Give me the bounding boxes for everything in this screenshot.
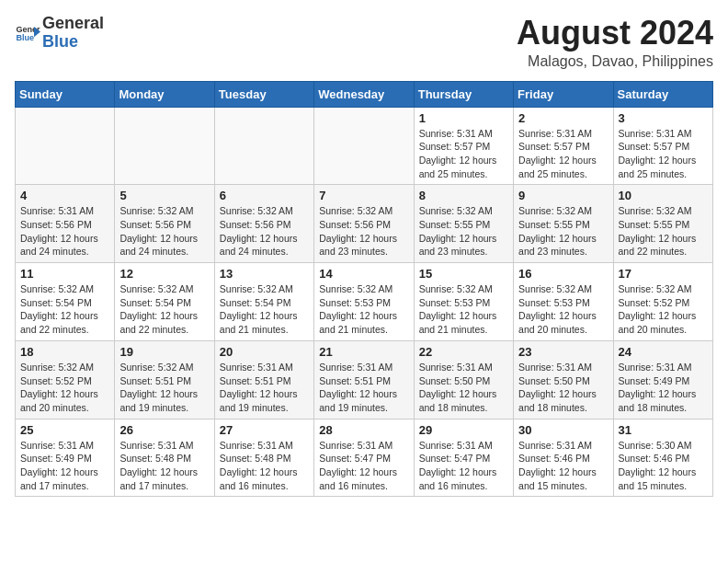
- calendar-cell: 11Sunrise: 5:32 AM Sunset: 5:54 PM Dayli…: [16, 263, 115, 341]
- day-info: Sunrise: 5:31 AM Sunset: 5:51 PM Dayligh…: [220, 361, 309, 415]
- day-info: Sunrise: 5:32 AM Sunset: 5:52 PM Dayligh…: [20, 361, 109, 415]
- calendar-cell: 23Sunrise: 5:31 AM Sunset: 5:50 PM Dayli…: [514, 340, 613, 419]
- day-number: 1: [419, 111, 508, 125]
- calendar-cell: 22Sunrise: 5:31 AM Sunset: 5:50 PM Dayli…: [414, 340, 513, 419]
- logo-text: GeneralBlue: [42, 15, 104, 52]
- day-number: 13: [220, 267, 309, 281]
- day-number: 18: [20, 345, 109, 359]
- weekday-header: Monday: [115, 81, 214, 107]
- calendar-cell: 13Sunrise: 5:32 AM Sunset: 5:54 PM Dayli…: [214, 263, 313, 341]
- weekday-header: Sunday: [16, 81, 115, 107]
- day-info: Sunrise: 5:31 AM Sunset: 5:47 PM Dayligh…: [419, 439, 508, 493]
- day-number: 25: [20, 423, 109, 437]
- day-number: 22: [419, 345, 508, 359]
- day-number: 16: [518, 267, 608, 281]
- day-info: Sunrise: 5:31 AM Sunset: 5:50 PM Dayligh…: [419, 361, 508, 415]
- calendar-cell: 19Sunrise: 5:32 AM Sunset: 5:51 PM Dayli…: [115, 340, 214, 419]
- title-area: August 2024 Malagos, Davao, Philippines: [517, 15, 713, 70]
- day-number: 21: [319, 345, 408, 359]
- day-number: 4: [20, 189, 109, 202]
- calendar-cell: 8Sunrise: 5:32 AM Sunset: 5:55 PM Daylig…: [414, 185, 513, 263]
- day-info: Sunrise: 5:32 AM Sunset: 5:55 PM Dayligh…: [419, 204, 508, 259]
- calendar-cell: 10Sunrise: 5:32 AM Sunset: 5:55 PM Dayli…: [613, 185, 712, 263]
- calendar-header: SundayMondayTuesdayWednesdayThursdayFrid…: [16, 81, 713, 107]
- day-number: 26: [119, 423, 209, 437]
- calendar-cell: [115, 107, 214, 185]
- calendar-cell: 24Sunrise: 5:31 AM Sunset: 5:49 PM Dayli…: [613, 340, 712, 419]
- day-info: Sunrise: 5:32 AM Sunset: 5:55 PM Dayligh…: [619, 204, 708, 259]
- calendar-cell: 12Sunrise: 5:32 AM Sunset: 5:54 PM Dayli…: [115, 263, 214, 341]
- day-number: 24: [619, 345, 708, 359]
- calendar-cell: 14Sunrise: 5:32 AM Sunset: 5:53 PM Dayli…: [314, 263, 414, 341]
- calendar-cell: 1Sunrise: 5:31 AM Sunset: 5:57 PM Daylig…: [414, 107, 513, 185]
- day-info: Sunrise: 5:32 AM Sunset: 5:53 PM Dayligh…: [419, 282, 508, 337]
- day-number: 19: [119, 345, 209, 359]
- day-info: Sunrise: 5:31 AM Sunset: 5:46 PM Dayligh…: [518, 439, 608, 493]
- day-number: 7: [319, 189, 408, 202]
- day-info: Sunrise: 5:31 AM Sunset: 5:57 PM Dayligh…: [518, 127, 608, 181]
- day-info: Sunrise: 5:31 AM Sunset: 5:48 PM Dayligh…: [119, 439, 209, 493]
- weekday-header: Thursday: [414, 81, 513, 107]
- calendar-cell: 18Sunrise: 5:32 AM Sunset: 5:52 PM Dayli…: [16, 340, 115, 419]
- day-info: Sunrise: 5:31 AM Sunset: 5:51 PM Dayligh…: [319, 361, 408, 415]
- day-info: Sunrise: 5:31 AM Sunset: 5:49 PM Dayligh…: [20, 439, 109, 493]
- day-number: 12: [119, 267, 209, 281]
- subtitle: Malagos, Davao, Philippines: [517, 53, 713, 70]
- day-number: 17: [619, 267, 708, 281]
- day-number: 10: [619, 189, 708, 202]
- day-info: Sunrise: 5:31 AM Sunset: 5:56 PM Dayligh…: [20, 204, 109, 259]
- calendar-week-row: 4Sunrise: 5:31 AM Sunset: 5:56 PM Daylig…: [16, 185, 713, 263]
- day-number: 23: [518, 345, 608, 359]
- day-number: 8: [419, 189, 508, 202]
- calendar-table: SundayMondayTuesdayWednesdayThursdayFrid…: [15, 81, 713, 498]
- logo-icon: General Blue: [15, 20, 40, 46]
- day-number: 11: [20, 267, 109, 281]
- day-number: 28: [319, 423, 408, 437]
- calendar-cell: 31Sunrise: 5:30 AM Sunset: 5:46 PM Dayli…: [613, 419, 712, 497]
- day-number: 2: [518, 111, 608, 125]
- day-info: Sunrise: 5:32 AM Sunset: 5:54 PM Dayligh…: [20, 282, 109, 337]
- day-info: Sunrise: 5:32 AM Sunset: 5:56 PM Dayligh…: [220, 204, 309, 259]
- calendar-cell: 7Sunrise: 5:32 AM Sunset: 5:56 PM Daylig…: [314, 185, 414, 263]
- main-title: August 2024: [517, 15, 713, 52]
- calendar-week-row: 11Sunrise: 5:32 AM Sunset: 5:54 PM Dayli…: [16, 263, 713, 341]
- day-info: Sunrise: 5:32 AM Sunset: 5:56 PM Dayligh…: [119, 204, 209, 259]
- header: General Blue GeneralBlue August 2024 Mal…: [15, 15, 713, 70]
- calendar-cell: 16Sunrise: 5:32 AM Sunset: 5:53 PM Dayli…: [514, 263, 613, 341]
- weekday-header: Wednesday: [314, 81, 414, 107]
- day-number: 30: [518, 423, 608, 437]
- day-info: Sunrise: 5:32 AM Sunset: 5:51 PM Dayligh…: [119, 361, 209, 415]
- calendar-cell: [314, 107, 414, 185]
- logo: General Blue GeneralBlue: [15, 15, 104, 52]
- day-number: 9: [518, 189, 608, 202]
- day-number: 20: [220, 345, 309, 359]
- calendar-cell: 28Sunrise: 5:31 AM Sunset: 5:47 PM Dayli…: [314, 419, 414, 497]
- day-info: Sunrise: 5:32 AM Sunset: 5:53 PM Dayligh…: [518, 282, 608, 337]
- day-info: Sunrise: 5:32 AM Sunset: 5:53 PM Dayligh…: [319, 282, 408, 337]
- calendar-cell: 4Sunrise: 5:31 AM Sunset: 5:56 PM Daylig…: [16, 185, 115, 263]
- day-info: Sunrise: 5:32 AM Sunset: 5:52 PM Dayligh…: [619, 282, 708, 337]
- calendar-cell: 5Sunrise: 5:32 AM Sunset: 5:56 PM Daylig…: [115, 185, 214, 263]
- svg-text:Blue: Blue: [16, 33, 34, 42]
- day-number: 6: [220, 189, 309, 202]
- day-info: Sunrise: 5:30 AM Sunset: 5:46 PM Dayligh…: [619, 439, 708, 493]
- calendar-cell: [16, 107, 115, 185]
- calendar-cell: 17Sunrise: 5:32 AM Sunset: 5:52 PM Dayli…: [613, 263, 712, 341]
- calendar-cell: 9Sunrise: 5:32 AM Sunset: 5:55 PM Daylig…: [514, 185, 613, 263]
- calendar-cell: 21Sunrise: 5:31 AM Sunset: 5:51 PM Dayli…: [314, 340, 414, 419]
- day-number: 14: [319, 267, 408, 281]
- day-number: 27: [220, 423, 309, 437]
- calendar-cell: 30Sunrise: 5:31 AM Sunset: 5:46 PM Dayli…: [514, 419, 613, 497]
- calendar-cell: 2Sunrise: 5:31 AM Sunset: 5:57 PM Daylig…: [514, 107, 613, 185]
- day-number: 5: [119, 189, 209, 202]
- calendar-week-row: 25Sunrise: 5:31 AM Sunset: 5:49 PM Dayli…: [16, 419, 713, 497]
- calendar-week-row: 18Sunrise: 5:32 AM Sunset: 5:52 PM Dayli…: [16, 340, 713, 419]
- day-info: Sunrise: 5:31 AM Sunset: 5:57 PM Dayligh…: [619, 127, 708, 181]
- calendar-cell: [214, 107, 313, 185]
- calendar-cell: 26Sunrise: 5:31 AM Sunset: 5:48 PM Dayli…: [115, 419, 214, 497]
- calendar-cell: 20Sunrise: 5:31 AM Sunset: 5:51 PM Dayli…: [214, 340, 313, 419]
- calendar-cell: 25Sunrise: 5:31 AM Sunset: 5:49 PM Dayli…: [16, 419, 115, 497]
- day-info: Sunrise: 5:31 AM Sunset: 5:49 PM Dayligh…: [619, 361, 708, 415]
- day-number: 31: [619, 423, 708, 437]
- calendar-cell: 27Sunrise: 5:31 AM Sunset: 5:48 PM Dayli…: [214, 419, 313, 497]
